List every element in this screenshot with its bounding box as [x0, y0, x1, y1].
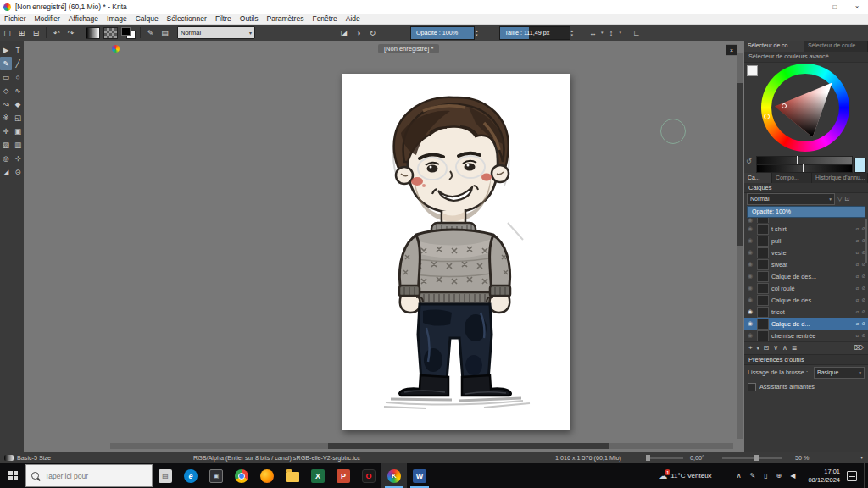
new-document-icon[interactable]: ▢ — [0, 26, 14, 39]
taskbar-app-chrome[interactable] — [229, 463, 254, 488]
tool-crop[interactable]: ▣ — [12, 125, 24, 138]
shade-marker[interactable] — [797, 156, 798, 164]
tool-text[interactable]: T — [12, 43, 24, 57]
tool-polygon[interactable]: ◇ — [0, 84, 12, 97]
redo-icon[interactable]: ↷ — [64, 26, 78, 39]
mirror-horizontal-options[interactable]: ▾ — [601, 30, 604, 35]
taskbar-app-firefox[interactable] — [254, 463, 280, 488]
horizontal-scroll-thumb[interactable] — [328, 443, 609, 449]
value-gradient-bar[interactable] — [756, 164, 853, 173]
tab-color-selector[interactable]: Sélecteur de co... — [744, 41, 804, 52]
taskbar-app-photos[interactable]: ▣ — [203, 463, 229, 488]
gradient-swatch[interactable] — [86, 27, 100, 39]
taskbar-app-excel[interactable]: X — [305, 463, 331, 488]
taskbar-app-krita[interactable]: K — [381, 463, 407, 488]
layer-row[interactable]: ◉ chemise rentrée α ⊘ — [744, 330, 868, 341]
menu-affichage[interactable]: Affichage — [64, 14, 103, 24]
visibility-icon[interactable]: ◉ — [746, 297, 754, 303]
layers-scrollbar[interactable] — [865, 219, 867, 263]
layer-properties-button[interactable]: ≣ — [792, 344, 798, 352]
layer-alpha-icon[interactable]: α ⊘ — [856, 333, 866, 338]
close-button[interactable]: × — [846, 0, 868, 14]
clock[interactable]: 17:01 08/12/2024 — [808, 468, 840, 484]
tool-ellipse[interactable]: ○ — [12, 70, 24, 84]
visibility-icon[interactable]: ◉ — [746, 237, 754, 244]
tool-move[interactable]: ✛ — [0, 125, 12, 138]
colorspace-info[interactable]: RGB/Alpha (Entier sur 8 bits / canal) sR… — [193, 452, 360, 463]
zoom-value[interactable]: 50 % — [795, 452, 809, 463]
taskbar-app-explorer[interactable] — [280, 463, 305, 488]
vertical-scroll-thumb[interactable] — [737, 83, 743, 246]
reload-preset-icon[interactable]: ↻ — [365, 26, 380, 39]
layer-row[interactable]: ◉ sweat α ⊘ — [744, 258, 868, 270]
color-history-undo-icon[interactable]: ↺ — [746, 158, 752, 165]
layer-alpha-icon[interactable]: α ⊘ — [856, 297, 866, 302]
document-tab[interactable]: [Non enregistré] * — [378, 44, 439, 53]
tool-bezier[interactable]: ↝ — [0, 97, 12, 111]
taskbar-app-onenote[interactable]: ▤ — [153, 463, 178, 488]
brush-preset-name[interactable]: Basic-5 Size — [17, 452, 51, 463]
rotation-value[interactable]: 0,00° — [690, 452, 704, 463]
notification-center-icon[interactable] — [847, 471, 857, 481]
tab-historique[interactable]: Historique d'annu... — [812, 173, 868, 183]
tab-calques[interactable]: Ca... — [744, 173, 772, 183]
layer-row-selected[interactable]: ◉ Calque de d... α ⊘ — [744, 318, 868, 330]
horizontal-scrollbar[interactable] — [110, 443, 733, 449]
value-marker[interactable] — [803, 164, 804, 172]
undo-icon[interactable]: ↶ — [49, 26, 64, 39]
taskbar-app-word[interactable]: W — [407, 463, 432, 488]
tool-dynamic-brush[interactable]: ◆ — [12, 97, 24, 111]
rotation-knob[interactable] — [646, 455, 650, 461]
shade-gradient-bar[interactable] — [756, 156, 853, 164]
save-document-icon[interactable]: ⊟ — [29, 26, 43, 39]
tab-compositions[interactable]: Compo... — [772, 173, 812, 183]
move-layer-down-button[interactable]: ∨ — [773, 344, 778, 352]
tool-rectangle[interactable]: ▭ — [0, 70, 12, 84]
size-spinner[interactable]: ▴▾ — [571, 29, 574, 37]
visibility-icon[interactable]: ◉ — [746, 225, 754, 232]
tool-fill[interactable]: ◢ — [0, 165, 12, 179]
taskbar-app-edge[interactable]: e — [178, 463, 203, 488]
menu-calque[interactable]: Calque — [131, 14, 163, 24]
tool-line[interactable]: ╱ — [12, 57, 24, 70]
canvas-viewport[interactable]: [Non enregistré] * × — [24, 41, 744, 452]
tool-assistants[interactable]: ⊹ — [12, 152, 24, 165]
brush-size-slider[interactable]: Taille : 111,49 px — [499, 26, 570, 40]
menu-selectionner[interactable]: Sélectionner — [163, 14, 211, 24]
tool-zoom[interactable]: ⊙ — [12, 165, 24, 179]
tool-pattern[interactable]: ▥ — [12, 138, 24, 152]
visibility-icon[interactable]: ◉ — [746, 273, 754, 280]
show-desktop-button[interactable] — [864, 463, 868, 488]
eraser-mode-icon[interactable]: ◪ — [337, 26, 351, 39]
menu-fenetre[interactable]: Fenêtre — [308, 14, 341, 24]
mirror-vertical-options[interactable]: ▾ — [620, 30, 622, 35]
visibility-icon[interactable]: ◉ — [746, 249, 754, 256]
tool-select[interactable]: ▶ — [0, 43, 12, 57]
menu-modifier[interactable]: Modifier — [31, 14, 64, 24]
open-document-icon[interactable]: ⊞ — [14, 26, 29, 39]
brush-presets-icon[interactable]: ▤ — [158, 26, 172, 39]
vertical-scrollbar[interactable] — [737, 53, 743, 439]
mirror-vertical-icon[interactable]: ↕ — [604, 26, 619, 39]
menu-outils[interactable]: Outils — [236, 14, 263, 24]
wrap-around-icon[interactable]: ∟ — [629, 26, 643, 39]
minimize-button[interactable]: – — [802, 0, 824, 14]
layer-row[interactable]: ◉ pull α ⊘ — [744, 235, 868, 247]
mirror-horizontal-icon[interactable]: ↔ — [586, 26, 600, 39]
taskbar-search[interactable] — [25, 464, 153, 487]
battery-icon[interactable]: ▯ — [764, 472, 767, 480]
hue-marker[interactable] — [764, 114, 770, 119]
canvas[interactable] — [342, 74, 570, 430]
maximize-button[interactable]: □ — [824, 0, 846, 14]
add-layer-button[interactable]: + — [748, 344, 753, 352]
tool-multibrush[interactable]: ※ — [0, 111, 12, 125]
tool-polyline[interactable]: ∿ — [12, 84, 24, 97]
layer-alpha-icon[interactable]: α ⊘ — [856, 321, 866, 326]
opacity-slider[interactable]: Opacité : 100% — [410, 26, 475, 40]
layer-row[interactable]: ◉ t shirt α ⊘ — [744, 223, 868, 235]
visibility-icon[interactable]: ◉ — [746, 320, 754, 327]
menu-fichier[interactable]: Fichier — [0, 14, 31, 24]
weather-widget[interactable]: ☁ 1 11°C Venteux — [659, 471, 711, 480]
visibility-icon[interactable]: ◉ — [746, 332, 754, 339]
layer-filter-icon[interactable]: ▽ — [837, 196, 842, 202]
